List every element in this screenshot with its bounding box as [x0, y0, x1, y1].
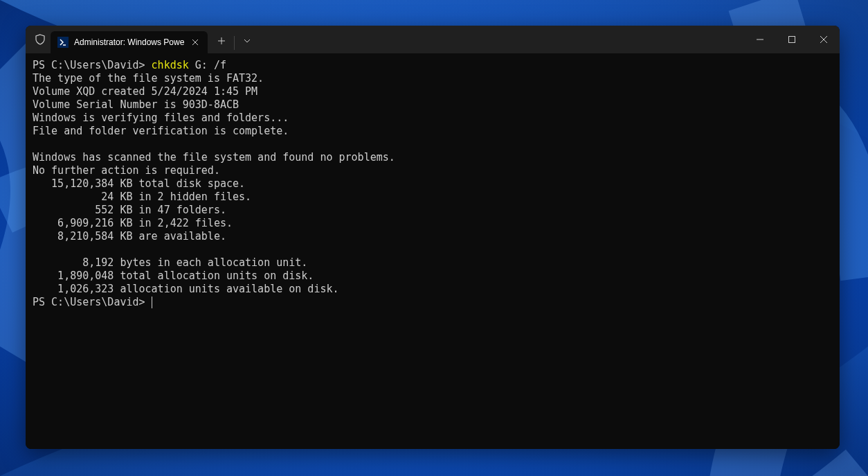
new-tab-button[interactable] [210, 30, 233, 52]
command-args: G: /f [189, 59, 226, 71]
prompt-line-1: PS C:\Users\David> [33, 59, 152, 71]
tab-close-button[interactable] [190, 37, 201, 48]
window-controls [744, 26, 840, 53]
powershell-icon [57, 37, 69, 48]
terminal-window: Administrator: Windows Powe [26, 26, 840, 449]
close-button[interactable] [808, 26, 840, 53]
minimize-button[interactable] [744, 26, 776, 53]
divider [234, 36, 235, 50]
prompt-line-2: PS C:\Users\David> [33, 296, 152, 308]
tab-powershell[interactable]: Administrator: Windows Powe [51, 31, 208, 53]
tab-dropdown-button[interactable] [236, 30, 258, 52]
cursor [152, 297, 152, 308]
maximize-button[interactable] [776, 26, 808, 53]
terminal-output-area[interactable]: PS C:\Users\David> chkdsk G: /f The type… [26, 53, 840, 449]
tab-title: Administrator: Windows Powe [74, 37, 184, 47]
svg-rect-7 [789, 37, 795, 43]
titlebar[interactable]: Administrator: Windows Powe [26, 26, 840, 53]
command-name: chkdsk [152, 59, 189, 71]
command-output: The type of the file system is FAT32. Vo… [33, 72, 395, 295]
admin-shield-icon [34, 33, 46, 46]
